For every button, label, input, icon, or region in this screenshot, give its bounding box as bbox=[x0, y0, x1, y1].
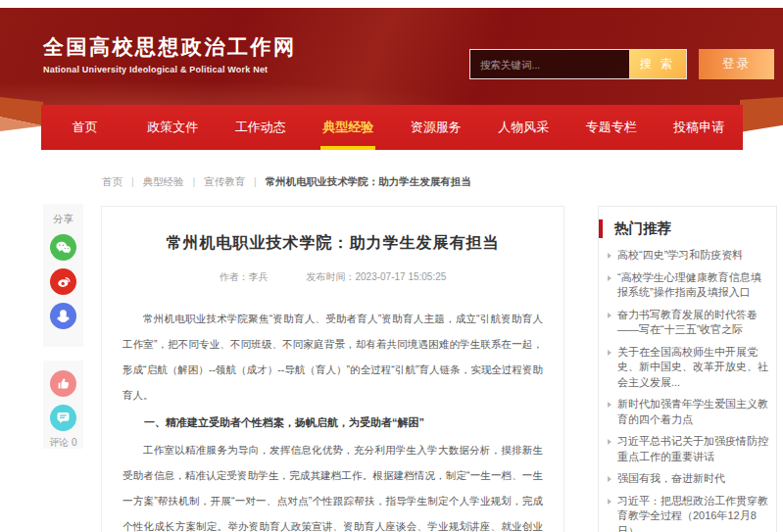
breadcrumb-current: 常州机电职业技术学院：助力学生发展有担当 bbox=[266, 175, 471, 187]
qq-share-button[interactable] bbox=[50, 303, 76, 329]
sidebar: 热门推荐 高校“四史”学习和防疫资料 “高校学生心理健康教育信息填报系统”操作指… bbox=[598, 206, 777, 532]
list-item[interactable]: 奋力书写教育发展的时代答卷——写在“十三五”收官之际 bbox=[607, 308, 769, 338]
list-item[interactable]: 习近平总书记关于加强疫情防控重点工作的重要讲话 bbox=[607, 434, 769, 464]
article-section-heading: 一、精准建立受助者个性档案，扬帆启航，为受助者“解困” bbox=[122, 410, 543, 435]
search-bar: 搜 索 bbox=[469, 49, 687, 79]
wechat-share-button[interactable] bbox=[50, 234, 76, 261]
list-item[interactable]: 新时代加强青年学生爱国主义教育的四个着力点 bbox=[607, 397, 769, 427]
qq-icon bbox=[54, 307, 73, 325]
comment-button[interactable] bbox=[50, 405, 76, 431]
article-body: 常州机电职业技术学院聚焦“资助育人、受助者育人”资助育人主题，成立“引航资助育人… bbox=[122, 306, 543, 532]
weibo-share-button[interactable] bbox=[50, 268, 76, 295]
hot-recommendations-title: 热门推荐 bbox=[599, 219, 776, 238]
nav-item-typical-experience[interactable]: 典型经验 bbox=[305, 105, 393, 150]
comment-count-label: 评论 0 bbox=[43, 436, 83, 450]
site-title-en: National University Ideological & Politi… bbox=[43, 65, 297, 74]
ribbon-right-decoration bbox=[740, 97, 783, 132]
breadcrumb-link-home[interactable]: 首页 bbox=[102, 175, 122, 187]
search-input[interactable] bbox=[470, 50, 629, 78]
main-nav: 首页 政策文件 工作动态 典型经验 资源服务 人物风采 专题专栏 投稿申请 bbox=[41, 105, 743, 150]
breadcrumb-separator: | bbox=[131, 175, 134, 187]
weibo-icon bbox=[54, 272, 73, 291]
article-paragraph: 工作室以精准服务为导向，发挥信息化优势，充分利用学生入学大数据分析，摸排新生受助… bbox=[122, 437, 543, 532]
article-author: 作者：李兵 bbox=[220, 271, 269, 282]
search-button[interactable]: 搜 索 bbox=[629, 50, 686, 78]
wechat-icon bbox=[54, 238, 73, 257]
breadcrumb: 首页 | 典型经验 | 宣传教育 | 常州机电职业技术学院：助力学生发展有担当 bbox=[102, 175, 471, 189]
site-title-cn: 全国高校思想政治工作网 bbox=[43, 33, 297, 61]
article-panel: 常州机电职业技术学院：助力学生发展有担当 作者：李兵 发布时间：2023-07-… bbox=[101, 206, 564, 532]
article-paragraph: 常州机电职业技术学院聚焦“资助育人、受助者育人”资助育人主题，成立“引航资助育人… bbox=[122, 306, 543, 408]
login-button[interactable]: 登录 bbox=[699, 49, 774, 79]
article-title: 常州机电职业技术学院：助力学生发展有担当 bbox=[122, 233, 543, 254]
comment-bubble-icon bbox=[54, 409, 73, 427]
list-item[interactable]: 关于在全国高校师生中开展党史、新中国史、改革开放史、社会主义发展... bbox=[607, 345, 769, 391]
list-item[interactable]: 习近平：把思想政治工作贯穿教育教学全过程（2016年12月8日） bbox=[607, 494, 769, 532]
ribbon-left-decoration bbox=[0, 97, 43, 132]
thumbs-up-icon bbox=[54, 374, 73, 393]
hot-recommendations-box: 热门推荐 高校“四史”学习和防疫资料 “高校学生心理健康教育信息填报系统”操作指… bbox=[598, 206, 777, 532]
share-label: 分享 bbox=[43, 204, 83, 226]
nav-item-special-columns[interactable]: 专题专栏 bbox=[567, 105, 656, 150]
article-publish-time: 发布时间：2023-07-17 15:05:25 bbox=[306, 271, 446, 282]
nav-item-resource-services[interactable]: 资源服务 bbox=[392, 105, 480, 150]
list-item[interactable]: 高校“四史”学习和防疫资料 bbox=[607, 248, 769, 264]
nav-item-submission[interactable]: 投稿申请 bbox=[656, 105, 744, 150]
breadcrumb-separator: | bbox=[193, 175, 196, 187]
breadcrumb-link-publicity-education[interactable]: 宣传教育 bbox=[204, 175, 245, 187]
site-logo[interactable]: 全国高校思想政治工作网 National University Ideologi… bbox=[43, 33, 297, 74]
breadcrumb-separator: | bbox=[254, 175, 257, 187]
like-button[interactable] bbox=[50, 370, 76, 397]
list-item[interactable]: 强国有我，奋进新时代 bbox=[607, 471, 769, 487]
share-panel: 分享 bbox=[43, 204, 83, 347]
article-meta: 作者：李兵 发布时间：2023-07-17 15:05:25 bbox=[122, 270, 543, 284]
nav-item-people[interactable]: 人物风采 bbox=[480, 105, 568, 150]
nav-item-home[interactable]: 首页 bbox=[41, 105, 129, 150]
nav-item-work-news[interactable]: 工作动态 bbox=[217, 105, 305, 150]
breadcrumb-link-typical-experience[interactable]: 典型经验 bbox=[143, 175, 184, 187]
list-item[interactable]: “高校学生心理健康教育信息填报系统”操作指南及填报入口 bbox=[607, 270, 769, 301]
hot-recommendations-list: 高校“四史”学习和防疫资料 “高校学生心理健康教育信息填报系统”操作指南及填报入… bbox=[599, 246, 776, 532]
feedback-panel: 评论 0 bbox=[43, 361, 83, 449]
nav-item-policy-documents[interactable]: 政策文件 bbox=[129, 105, 218, 150]
page: 全国高校思想政治工作网 National University Ideologi… bbox=[0, 0, 783, 532]
site-header: 全国高校思想政治工作网 National University Ideologi… bbox=[0, 8, 783, 106]
